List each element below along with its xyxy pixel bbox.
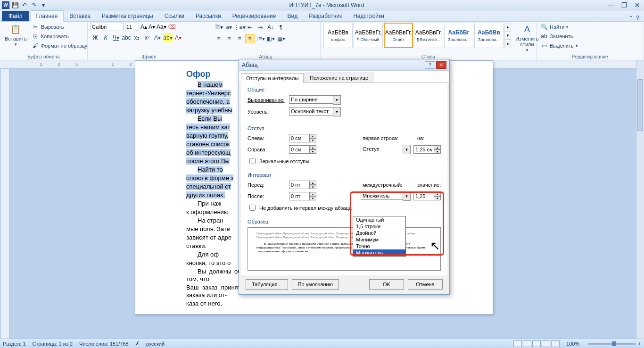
- tab-developer[interactable]: Разработчик: [303, 11, 347, 21]
- styles-scroll-down[interactable]: ▼: [504, 31, 511, 40]
- clear-formatting-icon[interactable]: ⌫: [168, 24, 176, 30]
- dialog-tab-position[interactable]: Положение на странице: [305, 73, 373, 83]
- ok-button[interactable]: OK: [369, 279, 404, 290]
- format-painter-button[interactable]: 🖌Формат по образцу: [31, 41, 89, 50]
- bold-icon[interactable]: Ж: [91, 33, 100, 42]
- select-button[interactable]: ▭Выделить▾: [539, 41, 578, 50]
- dropdown-option[interactable]: 1,5 строки: [353, 223, 405, 230]
- cancel-button[interactable]: Отмена: [408, 279, 443, 290]
- dont-add-space-checkbox[interactable]: Не добавлять интервал между абзаца: [248, 203, 441, 212]
- align-right-icon[interactable]: ≡: [235, 34, 244, 43]
- spin-down-icon[interactable]: ▼: [310, 196, 316, 200]
- alignment-combo[interactable]: ▼: [289, 95, 341, 105]
- text-effects-icon[interactable]: A▾: [153, 33, 162, 42]
- save-icon[interactable]: 💾: [11, 1, 19, 9]
- spin-up-icon[interactable]: ▲: [434, 192, 441, 196]
- decrease-indent-icon[interactable]: ⇤: [245, 23, 255, 32]
- tab-view[interactable]: Вид: [281, 11, 303, 21]
- style-item[interactable]: АаБбВгЗаголово...: [444, 23, 473, 48]
- dropdown-option[interactable]: Минимум: [353, 236, 405, 243]
- tab-home[interactable]: Главная: [30, 10, 64, 22]
- firstline-by-spinner[interactable]: ▲▼: [413, 145, 441, 154]
- spin-up-icon[interactable]: ▲: [310, 192, 316, 196]
- change-case-icon[interactable]: Aa▾: [157, 24, 166, 30]
- dropdown-option[interactable]: Точно: [353, 243, 405, 249]
- line-spacing-at-spinner[interactable]: ▲▼: [413, 192, 441, 200]
- dialog-tab-indents[interactable]: Отступы и интервалы: [241, 73, 304, 83]
- zoom-level[interactable]: 100%: [566, 341, 579, 347]
- style-item[interactable]: АаБбВвЗаголово...: [474, 23, 504, 48]
- qat-dropdown-icon[interactable]: ▾: [40, 1, 47, 9]
- style-item[interactable]: АаБбВввопрос: [323, 23, 353, 48]
- draft-icon[interactable]: [551, 340, 560, 347]
- close-button[interactable]: ✕: [633, 1, 642, 9]
- increase-indent-icon[interactable]: ⇥: [256, 23, 265, 32]
- redo-icon[interactable]: ↷: [30, 1, 38, 9]
- tab-insert[interactable]: Вставка: [64, 11, 96, 21]
- status-words[interactable]: Число слов: 151/788: [79, 341, 129, 347]
- zoom-out-icon[interactable]: −: [582, 341, 585, 347]
- web-layout-icon[interactable]: [532, 340, 541, 347]
- italic-icon[interactable]: К: [101, 33, 110, 42]
- font-color-icon[interactable]: A▾: [173, 33, 183, 42]
- highlight-icon[interactable]: ab▾: [163, 33, 173, 42]
- mirror-indents-checkbox[interactable]: Зеркальные отступы: [248, 157, 441, 166]
- dropdown-option-selected[interactable]: Множитель: [353, 249, 405, 256]
- minimize-ribbon-icon[interactable]: ⌃: [628, 15, 633, 21]
- spin-up-icon[interactable]: ▲: [310, 181, 316, 185]
- shading-icon[interactable]: ◧▾: [266, 34, 275, 43]
- sort-icon[interactable]: A↓: [266, 23, 275, 32]
- dialog-close-button[interactable]: ✕: [436, 61, 446, 69]
- superscript-icon[interactable]: x²: [142, 33, 152, 42]
- status-section[interactable]: Раздел: 1: [3, 341, 26, 347]
- tab-review[interactable]: Рецензирование: [227, 11, 282, 21]
- spin-up-icon[interactable]: ▲: [310, 134, 316, 138]
- tabs-button[interactable]: Табуляция...: [246, 279, 288, 290]
- shrink-font-icon[interactable]: A▾: [149, 24, 155, 30]
- align-center-icon[interactable]: ≡: [224, 34, 234, 43]
- file-tab[interactable]: Файл: [2, 11, 29, 21]
- undo-icon[interactable]: ↶: [21, 1, 28, 9]
- restore-button[interactable]: ❐: [619, 1, 629, 9]
- status-page[interactable]: Страница: 1 из 2: [33, 341, 73, 347]
- paste-button[interactable]: 📋 Вставить ▼: [3, 23, 29, 48]
- line-spacing-dropdown[interactable]: Одинарный 1,5 строки Двойной Минимум Точ…: [353, 216, 406, 257]
- spin-up-icon[interactable]: ▲: [310, 145, 316, 149]
- outline-icon[interactable]: [542, 340, 550, 347]
- vertical-scrollbar[interactable]: [636, 60, 644, 339]
- line-spacing-combo[interactable]: ▼: [361, 191, 411, 201]
- subscript-icon[interactable]: x₂: [132, 33, 141, 42]
- left-indent-spinner[interactable]: ▲▼: [289, 134, 316, 142]
- status-language[interactable]: русский: [146, 341, 165, 347]
- level-combo[interactable]: ▼: [289, 107, 341, 116]
- copy-button[interactable]: ⎘Копировать: [31, 32, 89, 41]
- print-layout-icon[interactable]: [513, 340, 522, 347]
- grow-font-icon[interactable]: A▴: [140, 24, 147, 30]
- tab-mailings[interactable]: Рассылки: [190, 11, 227, 21]
- font-name-input[interactable]: [91, 23, 124, 31]
- proofing-icon[interactable]: ✗: [135, 340, 140, 347]
- vertical-ruler[interactable]: [1, 69, 9, 339]
- chevron-down-icon[interactable]: ▼: [333, 95, 341, 105]
- dropdown-option[interactable]: Одинарный: [353, 216, 405, 223]
- strikethrough-icon[interactable]: abc: [122, 33, 131, 42]
- styles-scroll-up[interactable]: ▲: [504, 23, 511, 31]
- spin-down-icon[interactable]: ▼: [310, 149, 316, 154]
- default-button[interactable]: По умолчанию: [292, 279, 339, 290]
- dialog-help-button[interactable]: ?: [425, 61, 435, 69]
- numbering-icon[interactable]: ≡▾: [224, 23, 234, 32]
- styles-gallery[interactable]: АаБбВввопрос АаБбВвГг,¶ Обычный АаБбВвГг…: [323, 23, 511, 48]
- find-button[interactable]: 🔍Найти▾: [539, 23, 578, 31]
- right-indent-spinner[interactable]: ▲▼: [289, 145, 316, 154]
- align-left-icon[interactable]: ≡: [214, 34, 223, 43]
- after-spacing-spinner[interactable]: ▲▼: [289, 192, 316, 200]
- chevron-down-icon[interactable]: ▼: [333, 107, 341, 116]
- line-spacing-icon[interactable]: ↕≡▾: [256, 34, 265, 43]
- replace-button[interactable]: abЗаменить: [539, 32, 578, 41]
- zoom-control[interactable]: 100% − +: [566, 341, 641, 347]
- firstline-combo[interactable]: ▼: [361, 145, 411, 154]
- multilevel-icon[interactable]: ⋮≡▾: [235, 23, 244, 32]
- tab-pagelayout[interactable]: Разметка страницы: [96, 11, 159, 21]
- style-item[interactable]: АаБбВвГг,¶ Без инте...: [414, 23, 443, 48]
- spin-down-icon[interactable]: ▼: [310, 138, 316, 142]
